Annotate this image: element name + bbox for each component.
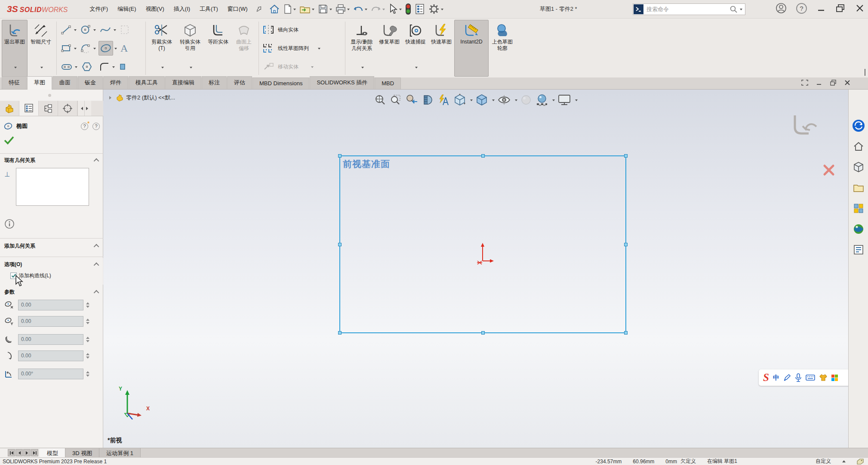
existing-relations-section-header[interactable]: 现有几何关系 bbox=[0, 155, 103, 165]
sketch-origin[interactable] bbox=[472, 239, 496, 266]
center-x-input[interactable] bbox=[18, 300, 83, 310]
zoom-to-area-button[interactable] bbox=[389, 93, 403, 107]
convert-entities-dropdown[interactable] bbox=[190, 67, 192, 76]
plane-handle-e[interactable] bbox=[624, 243, 628, 246]
doc-restore-icon[interactable] bbox=[829, 79, 837, 86]
parameters-collapse-icon[interactable] bbox=[94, 290, 99, 295]
section-view-button[interactable] bbox=[421, 93, 434, 107]
options-gear-button[interactable] bbox=[427, 2, 445, 16]
ime-pen-icon[interactable] bbox=[783, 374, 791, 381]
cancel-sketch-x-icon[interactable] bbox=[822, 164, 835, 177]
plane-handle-s[interactable] bbox=[481, 331, 485, 335]
circle-tool-dropdown[interactable] bbox=[93, 29, 96, 32]
tab-sketch[interactable]: 草图 bbox=[27, 76, 52, 90]
new-document-dropdown[interactable] bbox=[293, 9, 296, 12]
open-button[interactable] bbox=[298, 3, 316, 16]
tab-mold-tools[interactable]: 模具工具 bbox=[129, 76, 165, 89]
linear-pattern-dropdown[interactable] bbox=[318, 48, 320, 51]
undo-button[interactable] bbox=[351, 3, 369, 15]
rectangle-tool-dropdown[interactable] bbox=[74, 48, 77, 51]
linear-pattern-button[interactable]: 线性草图阵列 bbox=[262, 40, 342, 57]
point-tool-button[interactable] bbox=[118, 62, 127, 72]
add-relations-section-header[interactable]: 添加几何关系 bbox=[0, 241, 103, 251]
apply-scene-button[interactable] bbox=[535, 92, 549, 108]
radius1-input[interactable] bbox=[18, 334, 83, 345]
shaded-sketch-contours-button[interactable]: 上色草图轮廓 bbox=[489, 20, 516, 77]
exit-sketch-dropdown[interactable] bbox=[14, 67, 17, 76]
configuration-manager-tab[interactable] bbox=[39, 101, 58, 116]
menu-insert[interactable]: 插入(I) bbox=[169, 3, 195, 16]
dimxpert-manager-tab[interactable] bbox=[58, 101, 77, 116]
feature-tree-breadcrumb[interactable]: 零件2 (默认) <<默... bbox=[109, 94, 175, 102]
design-library-tab[interactable] bbox=[851, 180, 866, 195]
quick-snaps-button[interactable]: 快速捕捉 bbox=[403, 20, 428, 77]
radius1-spinner[interactable] bbox=[86, 335, 89, 344]
spline-tool-button[interactable] bbox=[98, 23, 112, 37]
tag-icon[interactable] bbox=[857, 459, 864, 465]
evaluate-list-button[interactable] bbox=[413, 2, 427, 16]
custom-properties-tab[interactable] bbox=[851, 242, 866, 257]
redo-dropdown[interactable] bbox=[382, 9, 385, 12]
mirror-entities-button[interactable]: 镜向实体 bbox=[262, 21, 342, 38]
center-y-input[interactable] bbox=[18, 316, 83, 327]
line-tool-button[interactable] bbox=[60, 23, 73, 37]
print-dropdown[interactable] bbox=[347, 9, 350, 12]
existing-relations-list[interactable] bbox=[16, 168, 89, 206]
ime-mic-icon[interactable] bbox=[795, 373, 802, 382]
options-dropdown[interactable] bbox=[441, 9, 443, 12]
convert-entities-button[interactable]: 转换实体引用 bbox=[175, 20, 205, 77]
move-entities-button[interactable]: 移动实体 bbox=[262, 58, 342, 75]
sogou-logo[interactable]: S bbox=[763, 372, 769, 384]
repair-sketch-button[interactable]: 修复草图 bbox=[376, 20, 403, 77]
display-style-dropdown[interactable] bbox=[492, 99, 495, 102]
doc-minimize-icon[interactable] bbox=[816, 79, 822, 86]
ime-toolbox-icon[interactable] bbox=[831, 375, 838, 381]
dynamic-annotation-button[interactable] bbox=[436, 93, 451, 107]
circle-tool-button[interactable] bbox=[79, 23, 92, 37]
tree-expand-icon[interactable] bbox=[109, 96, 113, 99]
view-orientation-button[interactable] bbox=[452, 92, 467, 108]
ellipse-tool-dropdown[interactable] bbox=[114, 48, 117, 51]
display-delete-relations-dropdown[interactable] bbox=[361, 67, 364, 76]
ok-check-button[interactable] bbox=[3, 135, 15, 146]
ribbon-collapse-chevron[interactable] bbox=[865, 70, 865, 76]
smart-dimension-dropdown[interactable] bbox=[40, 67, 43, 76]
interference-light-icon[interactable] bbox=[403, 2, 413, 16]
ime-keyboard-icon[interactable] bbox=[806, 374, 815, 381]
menu-window[interactable]: 窗口(W) bbox=[223, 3, 252, 16]
sketch-picture-tool-button[interactable] bbox=[119, 23, 131, 37]
view-settings-dropdown[interactable] bbox=[575, 99, 578, 102]
plane-handle-w[interactable] bbox=[338, 243, 342, 246]
tab-features[interactable]: 特征 bbox=[2, 76, 27, 89]
float-window-icon[interactable] bbox=[801, 79, 809, 86]
units-selector[interactable]: 自定义 bbox=[816, 458, 831, 465]
view-orientation-dropdown[interactable] bbox=[470, 99, 473, 102]
plane-handle-nw[interactable] bbox=[338, 154, 342, 158]
menu-tools[interactable]: 工具(T) bbox=[195, 3, 223, 16]
spline-tool-dropdown[interactable] bbox=[114, 29, 116, 32]
property-manager-tab[interactable] bbox=[19, 101, 39, 116]
offset-on-surface-button[interactable]: 曲面上偏移 bbox=[231, 20, 256, 77]
account-icon[interactable] bbox=[776, 3, 787, 14]
arc-tool-button[interactable] bbox=[79, 41, 92, 55]
panel-grab-handle[interactable] bbox=[48, 94, 51, 97]
existing-relations-collapse-icon[interactable] bbox=[94, 158, 99, 164]
panel-help-icon[interactable]: ? bbox=[92, 123, 100, 130]
offset-entities-button[interactable]: 等距实体 bbox=[205, 20, 231, 77]
move-entities-dropdown[interactable] bbox=[311, 66, 314, 69]
whats-new-help-icon[interactable]: ?* bbox=[81, 123, 88, 130]
featuremanager-tree-tab[interactable] bbox=[0, 101, 19, 116]
front-plane-label[interactable]: 前视基准面 bbox=[343, 158, 390, 170]
rectangle-tool-button[interactable] bbox=[60, 41, 73, 55]
close-button[interactable] bbox=[855, 3, 865, 13]
tab-direct-editing[interactable]: 直接编辑 bbox=[165, 76, 201, 89]
select-cursor-button[interactable] bbox=[387, 2, 403, 16]
units-dropup-arrow[interactable] bbox=[842, 459, 846, 462]
slot-tool-button[interactable] bbox=[60, 61, 74, 73]
parameters-section-header[interactable]: 参数 bbox=[0, 287, 103, 297]
confirmation-corner-icon[interactable] bbox=[791, 115, 820, 137]
model-tab[interactable]: 模型 bbox=[40, 448, 65, 457]
text-tool-button[interactable]: A bbox=[120, 41, 129, 56]
undo-dropdown[interactable] bbox=[365, 9, 367, 12]
fillet-tool-button[interactable] bbox=[98, 60, 111, 74]
